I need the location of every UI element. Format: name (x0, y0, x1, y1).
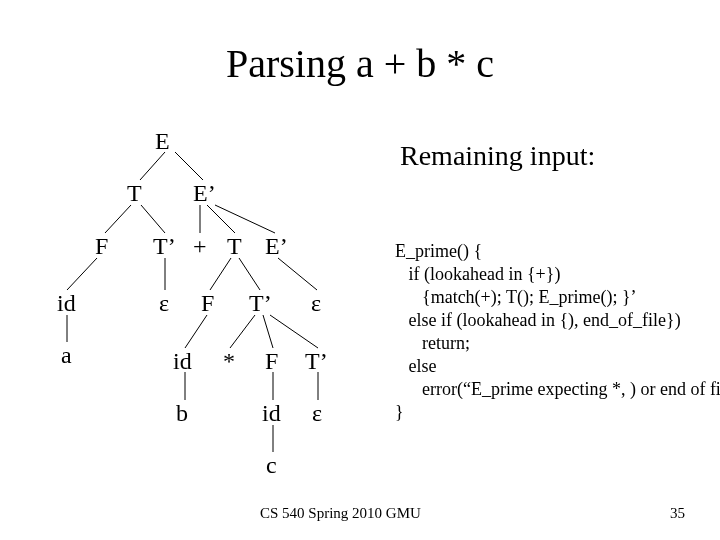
tree-node: ε (311, 290, 321, 317)
code-line: {match(+); T(); E_prime(); }’ (395, 287, 637, 307)
tree-node: F (201, 290, 214, 317)
tree-edges (35, 120, 415, 520)
code-line: return; (395, 333, 470, 353)
svg-line-11 (278, 258, 317, 290)
svg-line-6 (215, 205, 275, 233)
slide: { "title": "Parsing a + b * c", "remaini… (0, 0, 720, 540)
tree-node: T (127, 180, 142, 207)
tree-node: F (265, 348, 278, 375)
svg-line-0 (140, 152, 165, 180)
tree-node: ε (159, 290, 169, 317)
code-line: E_prime() { (395, 241, 482, 261)
tree-node: c (266, 452, 277, 479)
tree-node: T’ (153, 233, 176, 260)
tree-node: + (193, 233, 207, 260)
tree-node: id (173, 348, 192, 375)
tree-node: T’ (305, 348, 328, 375)
tree-node: a (61, 342, 72, 369)
svg-line-2 (105, 205, 131, 233)
tree-node: T (227, 233, 242, 260)
svg-line-1 (175, 152, 203, 180)
tree-node: E’ (193, 180, 216, 207)
svg-line-14 (230, 315, 255, 348)
tree-node: * (223, 348, 235, 375)
svg-line-5 (207, 205, 235, 233)
code-line: else if (lookahead in {), end_of_file}) (395, 310, 681, 330)
slide-number: 35 (670, 505, 685, 522)
tree-node: ε (312, 400, 322, 427)
svg-line-7 (67, 258, 97, 290)
code-line: error(“E_prime expecting *, ) or end of … (395, 379, 720, 399)
svg-line-13 (185, 315, 207, 348)
tree-node: b (176, 400, 188, 427)
tree-node: T’ (249, 290, 272, 317)
tree-node: id (57, 290, 76, 317)
svg-line-10 (239, 258, 260, 290)
svg-line-16 (270, 315, 318, 348)
tree-node: id (262, 400, 281, 427)
code-line: else (395, 356, 436, 376)
tree-node: E’ (265, 233, 288, 260)
parse-tree: E T E’ F T’ + T E’ id a ε F T’ ε id b * … (35, 120, 415, 520)
remaining-input-label: Remaining input: (400, 140, 595, 172)
footer-course: CS 540 Spring 2010 GMU (260, 505, 421, 522)
code-line: if (lookahead in {+}) (395, 264, 560, 284)
tree-node: F (95, 233, 108, 260)
slide-title: Parsing a + b * c (0, 40, 720, 87)
code-line: } (395, 402, 404, 422)
svg-line-3 (141, 205, 165, 233)
svg-line-15 (263, 315, 273, 348)
tree-node: E (155, 128, 170, 155)
code-block: E_prime() { if (lookahead in {+}) {match… (395, 240, 720, 424)
svg-line-9 (210, 258, 231, 290)
